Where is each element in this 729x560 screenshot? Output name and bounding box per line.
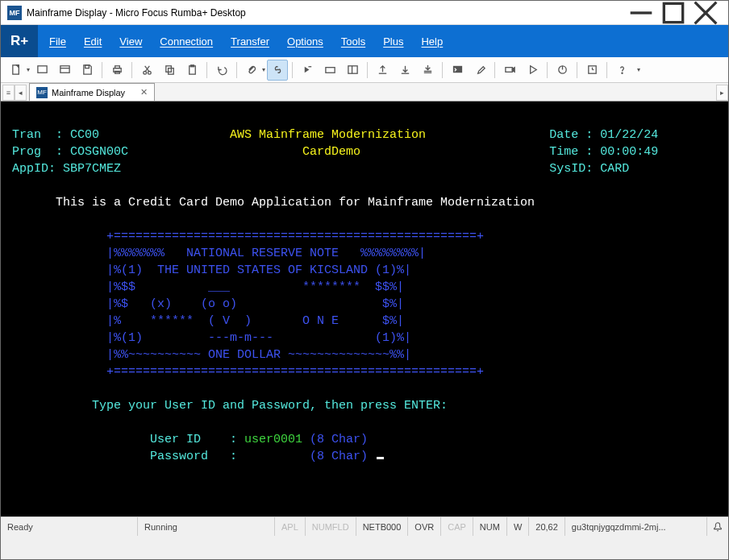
date-value: 01/22/24 <box>600 128 658 142</box>
status-running: Running <box>138 517 275 536</box>
tab-menu-button[interactable]: ≡ <box>2 85 15 101</box>
paste-icon[interactable] <box>181 60 202 81</box>
screen-title-1: AWS Mainframe Modernization <box>230 128 426 142</box>
link-icon[interactable] <box>267 60 288 81</box>
toolbar: ▾ ▾ ▾ <box>1 57 728 83</box>
attach-dropdown[interactable]: ▾ <box>262 66 265 73</box>
power-icon[interactable] <box>552 60 573 81</box>
play-icon[interactable] <box>522 60 543 81</box>
prompt-text: Type your User ID and Password, then pre… <box>92 399 448 413</box>
status-ready: Ready <box>1 517 138 536</box>
status-net: NETB000 <box>356 517 409 536</box>
menu-transfer[interactable]: Transfer <box>231 35 269 48</box>
tab-strip: ≡ ◂ MF Mainframe Display ✕ ▸ <box>1 83 728 102</box>
screen1-icon[interactable] <box>31 60 52 81</box>
notification-bell-icon[interactable] <box>707 521 728 533</box>
tab-label: Mainframe Display <box>52 88 125 97</box>
separator <box>547 62 548 78</box>
status-host: gu3tqnjygqzdmmi-2mj... <box>565 517 707 536</box>
status-numfld: NUMFLD <box>306 517 356 536</box>
panel-icon[interactable] <box>342 60 363 81</box>
menu-help[interactable]: Help <box>421 35 443 48</box>
svg-rect-19 <box>190 65 194 67</box>
tab-scroll-right[interactable]: ▸ <box>716 85 728 101</box>
new-icon[interactable] <box>6 60 27 81</box>
tagline: This is a Credit Card Demo Application f… <box>56 196 535 209</box>
tab-mainframe-display[interactable]: MF Mainframe Display ✕ <box>29 83 155 101</box>
separator <box>494 62 495 78</box>
menubar: R+ File Edit View Connection Transfer Op… <box>1 25 728 57</box>
window-titlebar: MF Mainframe Display - Micro Focus Rumba… <box>1 1 728 25</box>
status-w: W <box>507 517 529 536</box>
product-logo[interactable]: R+ <box>1 25 38 57</box>
status-num: NUM <box>473 517 507 536</box>
prog-label: Prog : <box>12 145 63 159</box>
separator <box>131 62 132 78</box>
appid-value: SBP7CMEZ <box>63 162 121 176</box>
close-button[interactable] <box>689 2 722 24</box>
userid-input[interactable]: user0001 <box>244 433 302 446</box>
help-icon[interactable] <box>611 60 632 81</box>
time-value: 00:00:49 <box>600 145 658 159</box>
ascii-art-line: |%$$ ___ ******** $$%| <box>106 280 404 294</box>
password-label: Password : <box>150 450 237 463</box>
download-icon[interactable] <box>394 60 415 81</box>
copy-icon[interactable] <box>159 60 180 81</box>
status-cap: CAP <box>441 517 473 536</box>
svg-rect-10 <box>115 66 119 68</box>
svg-rect-6 <box>60 66 69 73</box>
sysid-label: SysID: <box>549 162 593 176</box>
cursor <box>377 457 384 459</box>
window-title: Mainframe Display - Micro Focus Rumba+ D… <box>27 7 625 19</box>
separator <box>442 62 443 78</box>
color-picker-icon[interactable] <box>469 60 490 81</box>
ascii-art-line: |%(1) ---m-m--- (1)%| <box>106 331 411 345</box>
keyboard-icon[interactable] <box>319 60 340 81</box>
print-icon[interactable] <box>106 60 127 81</box>
upload-icon[interactable] <box>372 60 393 81</box>
svg-rect-25 <box>348 66 356 73</box>
menu-edit[interactable]: Edit <box>84 35 102 48</box>
sysid-value: CARD <box>600 162 629 176</box>
appid-label: AppID: <box>12 162 56 176</box>
separator <box>606 62 607 78</box>
undo-icon[interactable] <box>211 60 232 81</box>
save-icon[interactable] <box>77 60 98 81</box>
screen-title-2: CardDemo <box>302 145 360 159</box>
date-label: Date : <box>549 128 593 142</box>
menu-options[interactable]: Options <box>287 35 323 48</box>
menu-file[interactable]: File <box>49 35 66 48</box>
menu-connection[interactable]: Connection <box>160 35 213 48</box>
tab-close-button[interactable]: ✕ <box>140 87 148 97</box>
separator <box>206 62 207 78</box>
screen2-icon[interactable] <box>54 60 75 81</box>
cut-icon[interactable] <box>136 60 157 81</box>
new-dropdown[interactable]: ▾ <box>27 66 30 73</box>
svg-rect-1 <box>664 3 682 22</box>
ascii-art-line: |% ****** ( V ) O N E $%| <box>106 314 404 328</box>
terminal-screen[interactable]: Tran : CC00 AWS Mainframe Modernization … <box>1 102 728 516</box>
clock-icon[interactable] <box>581 60 602 81</box>
separator <box>577 62 577 78</box>
menu-view[interactable]: View <box>119 35 142 48</box>
svg-point-41 <box>621 73 622 73</box>
svg-rect-5 <box>37 66 46 73</box>
menu-tools[interactable]: Tools <box>341 35 365 48</box>
svg-rect-8 <box>85 65 89 68</box>
cursor-up-icon[interactable] <box>297 60 318 81</box>
record-icon[interactable] <box>499 60 520 81</box>
statusbar: Ready Running APL NUMFLD NETB000 OVR CAP… <box>1 516 728 536</box>
maximize-button[interactable] <box>657 2 689 24</box>
ascii-art-line: |%%%%%%% NATIONAL RESERVE NOTE %%%%%%%%| <box>106 247 426 260</box>
minimize-button[interactable] <box>625 2 657 24</box>
svg-rect-21 <box>325 68 334 73</box>
tran-value: CC00 <box>70 128 99 142</box>
ascii-art-line: |%$ (x) (o o) $%| <box>106 297 404 311</box>
toolbar-overflow[interactable]: ▾ <box>637 66 640 73</box>
tab-scroll-left[interactable]: ◂ <box>15 85 27 101</box>
download-list-icon[interactable] <box>417 60 438 81</box>
menu-plus[interactable]: Plus <box>383 35 403 48</box>
terminal-icon[interactable] <box>447 60 468 81</box>
svg-rect-34 <box>452 66 461 73</box>
attach-icon[interactable] <box>241 60 262 81</box>
